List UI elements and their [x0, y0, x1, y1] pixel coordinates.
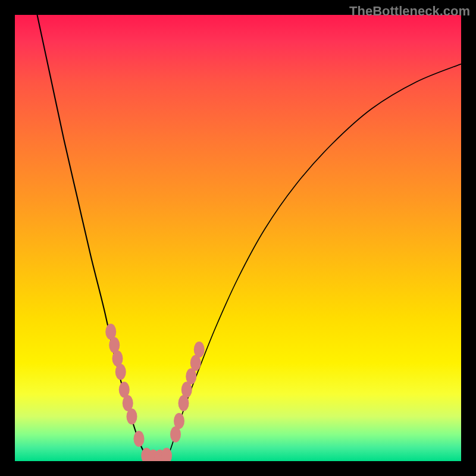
sample-dot: [133, 431, 144, 447]
sample-dot: [194, 342, 205, 358]
watermark-text: TheBottleneck.com: [349, 4, 470, 19]
sample-dot: [174, 413, 184, 429]
curve-left-arm: [37, 15, 149, 461]
sample-dot: [127, 409, 137, 425]
chart-svg: [15, 15, 461, 461]
sample-dots: [105, 324, 205, 461]
curve-right-arm: [167, 64, 461, 462]
sample-dot: [115, 364, 126, 380]
chart-frame: TheBottleneck.com: [0, 0, 476, 476]
plot-area: [15, 15, 461, 461]
